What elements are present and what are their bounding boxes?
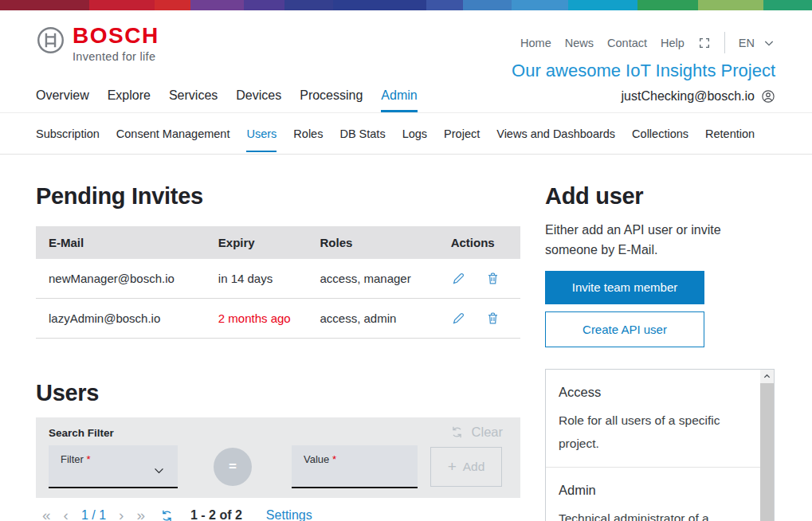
user-email: justChecking@bosch.io bbox=[622, 89, 755, 104]
column-header-email: E-Mail bbox=[36, 226, 206, 259]
subnav-project[interactable]: Project bbox=[444, 116, 480, 152]
role-description: Technical administrator of a specific pr… bbox=[559, 507, 743, 521]
required-marker: * bbox=[87, 453, 91, 465]
role-name: Access bbox=[559, 385, 747, 400]
add-label: Add bbox=[463, 460, 485, 474]
pencil-icon bbox=[451, 271, 466, 286]
invite-expiry-expired: 2 months ago bbox=[206, 299, 308, 339]
invite-email: newManager@bosch.io bbox=[36, 259, 206, 299]
filter-field-label: Filter bbox=[61, 453, 84, 465]
subnav-roles[interactable]: Roles bbox=[293, 116, 323, 152]
pending-invites-table: E-Mail Expiry Roles Actions newManager@b… bbox=[36, 226, 520, 339]
nav-item-admin[interactable]: Admin bbox=[381, 80, 417, 112]
nav-item-devices[interactable]: Devices bbox=[236, 80, 281, 112]
brand-wordmark: BOSCH bbox=[73, 22, 159, 49]
refresh-icon bbox=[159, 508, 175, 521]
edit-invite-button[interactable] bbox=[451, 311, 466, 326]
table-row: newManager@bosch.io in 14 days access, m… bbox=[36, 259, 520, 299]
utility-link-help[interactable]: Help bbox=[661, 37, 685, 49]
filter-select[interactable]: Filter * bbox=[49, 445, 178, 488]
scroll-up-arrow-icon[interactable] bbox=[760, 370, 774, 383]
user-menu[interactable]: justChecking@bosch.io bbox=[622, 89, 775, 104]
result-range: 1 - 2 of 2 bbox=[190, 508, 242, 521]
language-selector[interactable]: EN bbox=[739, 37, 775, 49]
add-user-description: Either add an API user or invite someone… bbox=[545, 221, 747, 260]
pending-invites-title: Pending Invites bbox=[36, 183, 520, 210]
invite-expiry: in 14 days bbox=[206, 259, 308, 299]
pagination-settings-link[interactable]: Settings bbox=[266, 508, 312, 521]
bosch-logo[interactable]: BOSCH Invented for life bbox=[36, 22, 159, 63]
delete-invite-button[interactable] bbox=[485, 271, 500, 286]
brand-tagline: Invented for life bbox=[73, 50, 159, 63]
next-page-button[interactable]: › bbox=[112, 507, 130, 521]
subnav-logs[interactable]: Logs bbox=[402, 116, 427, 152]
scrollbar-thumb[interactable] bbox=[760, 383, 774, 521]
column-header-roles: Roles bbox=[307, 226, 437, 259]
subnav-retention[interactable]: Retention bbox=[705, 116, 755, 152]
clear-filter-button[interactable]: Clear bbox=[449, 425, 503, 440]
invite-roles: access, manager bbox=[307, 259, 437, 299]
admin-sub-navigation: Subscription Consent Management Users Ro… bbox=[0, 113, 812, 155]
create-api-user-button[interactable]: Create API user bbox=[545, 311, 704, 347]
page-indicator: 1 / 1 bbox=[81, 508, 106, 521]
users-title: Users bbox=[36, 380, 520, 406]
column-header-expiry: Expiry bbox=[206, 226, 308, 259]
role-name: Admin bbox=[559, 483, 747, 498]
utility-link-home[interactable]: Home bbox=[520, 37, 551, 49]
role-description: Role for all users of a specific project… bbox=[559, 409, 743, 456]
reload-list-button[interactable] bbox=[159, 508, 175, 521]
project-title: Our awesome IoT Insights Project bbox=[512, 61, 775, 81]
fullscreen-icon[interactable] bbox=[698, 37, 711, 49]
list-item-role-admin[interactable]: Admin Technical administrator of a speci… bbox=[546, 468, 760, 521]
last-page-button[interactable]: » bbox=[130, 507, 151, 521]
nav-item-services[interactable]: Services bbox=[169, 80, 218, 112]
users-pagination: « ‹ 1 / 1 › » 1 - 2 of 2 Settings bbox=[36, 507, 520, 521]
invite-roles: access, admin bbox=[307, 299, 437, 339]
table-row: lazyAdmin@bosch.io 2 months ago access, … bbox=[36, 299, 520, 339]
column-header-actions: Actions bbox=[438, 226, 520, 259]
subnav-db-stats[interactable]: DB Stats bbox=[339, 116, 385, 152]
clear-label: Clear bbox=[472, 425, 503, 440]
bosch-supergraphic-banner bbox=[0, 0, 812, 10]
utility-nav: Home News Contact Help EN bbox=[520, 32, 775, 53]
page-header: BOSCH Invented for life Home News Contac… bbox=[0, 10, 812, 80]
search-filter-panel: Search Filter Clear Filter * = bbox=[36, 417, 520, 498]
chevron-down-icon bbox=[763, 37, 775, 49]
list-item-role-access[interactable]: Access Role for all users of a specific … bbox=[546, 370, 760, 468]
add-filter-button[interactable]: + Add bbox=[430, 447, 502, 487]
table-header-row: E-Mail Expiry Roles Actions bbox=[36, 226, 520, 259]
required-marker: * bbox=[332, 453, 336, 465]
utility-divider bbox=[724, 32, 725, 53]
subnav-collections[interactable]: Collections bbox=[632, 116, 688, 152]
add-user-title: Add user bbox=[545, 183, 775, 210]
invite-email: lazyAdmin@bosch.io bbox=[36, 299, 206, 339]
utility-link-contact[interactable]: Contact bbox=[607, 37, 647, 49]
user-icon bbox=[761, 89, 775, 104]
utility-link-news[interactable]: News bbox=[565, 37, 594, 49]
previous-page-button[interactable]: ‹ bbox=[57, 507, 75, 521]
trash-icon bbox=[485, 271, 500, 286]
subnav-consent-management[interactable]: Consent Management bbox=[116, 116, 230, 152]
nav-item-explore[interactable]: Explore bbox=[108, 80, 151, 112]
plus-icon: + bbox=[448, 458, 457, 476]
subnav-users[interactable]: Users bbox=[246, 116, 277, 152]
edit-invite-button[interactable] bbox=[451, 271, 466, 286]
value-input[interactable]: Value * bbox=[292, 445, 418, 488]
role-list[interactable]: Access Role for all users of a specific … bbox=[545, 369, 775, 521]
pencil-icon bbox=[451, 311, 466, 326]
subnav-views-and-dashboards[interactable]: Views and Dashboards bbox=[496, 116, 615, 152]
trash-icon bbox=[485, 311, 500, 326]
value-field-label: Value bbox=[304, 453, 329, 465]
invite-team-member-button[interactable]: Invite team member bbox=[545, 271, 704, 304]
nav-item-processing[interactable]: Processing bbox=[300, 80, 363, 112]
scrollbar[interactable] bbox=[760, 370, 774, 521]
bosch-armature-icon bbox=[36, 25, 65, 55]
search-filter-label: Search Filter bbox=[49, 427, 114, 439]
delete-invite-button[interactable] bbox=[485, 311, 500, 326]
main-navigation: Overview Explore Services Devices Proces… bbox=[0, 80, 812, 112]
subnav-subscription[interactable]: Subscription bbox=[36, 116, 100, 152]
refresh-icon bbox=[449, 425, 465, 440]
first-page-button[interactable]: « bbox=[36, 507, 57, 521]
nav-item-overview[interactable]: Overview bbox=[36, 80, 89, 112]
operator-badge: = bbox=[214, 448, 252, 486]
